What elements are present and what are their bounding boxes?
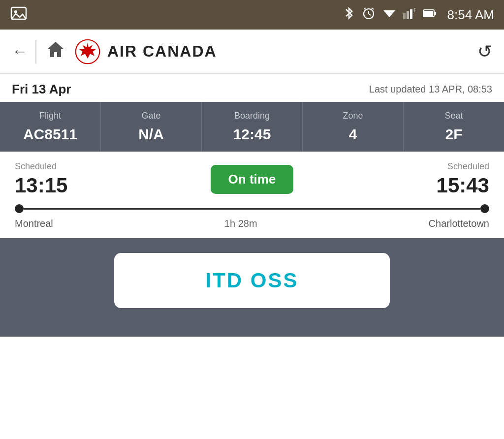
flight-value: AC8511 bbox=[5, 126, 95, 143]
svg-rect-14 bbox=[434, 12, 436, 15]
bluetooth-icon bbox=[343, 6, 355, 23]
nav-divider bbox=[35, 40, 36, 63]
flight-number-cell: Flight AC8511 bbox=[0, 102, 101, 152]
gate-cell: Gate N/A bbox=[101, 102, 202, 152]
route-city-labels: Montreal 1h 28m Charlottetown bbox=[15, 218, 489, 229]
flight-label: Flight bbox=[5, 111, 95, 121]
boarding-cell: Boarding 12:45 bbox=[202, 102, 303, 152]
date-row: Fri 13 Apr Last updated 13 APR, 08:53 bbox=[0, 74, 504, 102]
zone-value: 4 bbox=[308, 126, 398, 143]
flight-date: Fri 13 Apr bbox=[12, 82, 71, 97]
departure-info: Scheduled 13:15 bbox=[15, 161, 67, 197]
svg-line-6 bbox=[372, 8, 374, 9]
arr-time: 15:43 bbox=[437, 174, 489, 197]
svg-line-5 bbox=[364, 8, 366, 9]
notification-icon-area bbox=[10, 5, 343, 25]
air-canada-logo: AIR CANADA bbox=[75, 39, 477, 64]
nav-bar: ← AIR CANADA ↺ bbox=[0, 30, 504, 74]
wifi-icon bbox=[382, 7, 396, 22]
alarm-icon bbox=[362, 6, 376, 23]
itd-text: ITD OSS bbox=[205, 269, 298, 292]
route-line bbox=[15, 204, 489, 213]
svg-rect-13 bbox=[424, 11, 433, 16]
back-button[interactable]: ← bbox=[12, 42, 28, 61]
boarding-label: Boarding bbox=[207, 111, 297, 121]
bottom-section: ITD OSS bbox=[0, 238, 504, 337]
svg-line-4 bbox=[369, 14, 371, 15]
status-bar: R 8:54 AM bbox=[0, 0, 504, 30]
status-badge: On time bbox=[211, 165, 294, 194]
svg-rect-9 bbox=[407, 11, 409, 19]
route-times: Scheduled 13:15 On time Scheduled 15:43 bbox=[15, 161, 489, 197]
boarding-value: 12:45 bbox=[207, 126, 297, 143]
route-connector bbox=[24, 208, 480, 210]
image-icon bbox=[10, 5, 28, 23]
gate-label: Gate bbox=[106, 111, 196, 121]
battery-icon bbox=[423, 8, 437, 21]
seat-cell: Seat 2F bbox=[404, 102, 504, 152]
status-time: 8:54 AM bbox=[447, 7, 494, 23]
flight-duration: 1h 28m bbox=[224, 218, 257, 229]
signal-icon: R bbox=[403, 7, 416, 22]
dep-city: Montreal bbox=[15, 218, 53, 229]
dep-dot bbox=[15, 204, 24, 213]
seat-label: Seat bbox=[409, 111, 499, 121]
last-updated: Last updated 13 APR, 08:53 bbox=[369, 84, 492, 95]
gate-value: N/A bbox=[106, 126, 196, 143]
svg-marker-15 bbox=[47, 42, 64, 57]
arr-scheduled-label: Scheduled bbox=[437, 161, 489, 172]
svg-marker-7 bbox=[383, 10, 395, 17]
arr-city: Charlottetown bbox=[429, 218, 489, 229]
flight-info-grid: Flight AC8511 Gate N/A Boarding 12:45 Zo… bbox=[0, 102, 504, 152]
svg-text:R: R bbox=[413, 7, 416, 14]
svg-point-1 bbox=[14, 10, 17, 13]
zone-cell: Zone 4 bbox=[303, 102, 404, 152]
home-button[interactable] bbox=[46, 40, 65, 63]
arr-dot bbox=[480, 204, 489, 213]
svg-rect-8 bbox=[403, 13, 406, 19]
svg-rect-10 bbox=[410, 9, 412, 19]
zone-label: Zone bbox=[308, 111, 398, 121]
brand-name: AIR CANADA bbox=[107, 42, 217, 61]
refresh-button[interactable]: ↺ bbox=[477, 41, 492, 62]
dep-time: 13:15 bbox=[15, 174, 67, 197]
maple-leaf-icon bbox=[75, 39, 100, 64]
dep-scheduled-label: Scheduled bbox=[15, 161, 67, 172]
seat-value: 2F bbox=[409, 126, 499, 143]
route-section: Scheduled 13:15 On time Scheduled 15:43 … bbox=[0, 152, 504, 238]
status-icons: R 8:54 AM bbox=[343, 6, 494, 23]
itd-card: ITD OSS bbox=[114, 253, 390, 308]
arrival-info: Scheduled 15:43 bbox=[437, 161, 489, 197]
